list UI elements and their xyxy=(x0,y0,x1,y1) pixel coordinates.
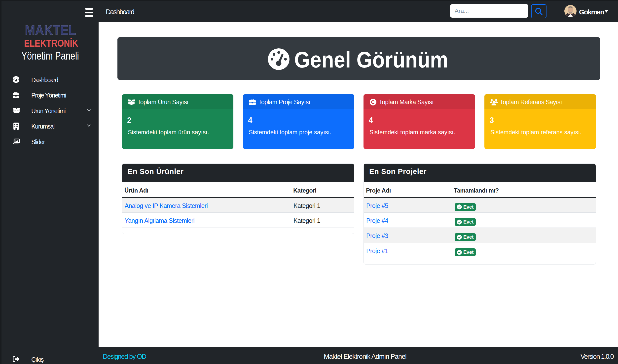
svg-text:Genel Görünüm: Genel Görünüm xyxy=(294,47,448,72)
svg-text:MAKTEL: MAKTEL xyxy=(25,22,76,38)
svg-text:Yönetim Paneli: Yönetim Paneli xyxy=(21,50,79,62)
svg-text:ELEKTRONİK: ELEKTRONİK xyxy=(24,38,78,49)
